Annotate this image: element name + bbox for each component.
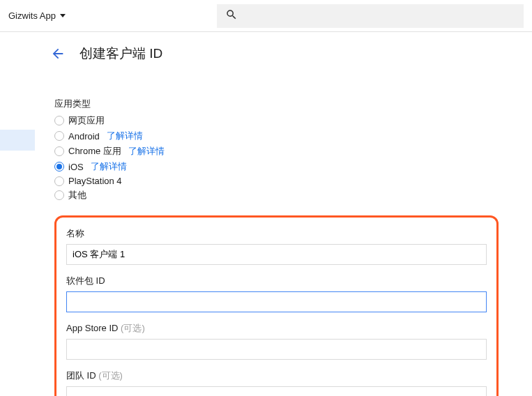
search-icon xyxy=(225,8,238,23)
name-label: 名称 xyxy=(66,227,487,240)
left-rail xyxy=(0,32,35,396)
page-title: 创建客户端 ID xyxy=(79,45,162,63)
team-id-label: 团队 ID (可选) xyxy=(66,370,487,382)
fields-highlight-box: 名称 软件包 ID App Store ID (可选) 团队 ID xyxy=(54,215,499,396)
back-arrow-icon[interactable] xyxy=(50,46,66,61)
bundle-id-input[interactable] xyxy=(66,291,487,312)
radio-label: Android xyxy=(68,131,100,142)
project-name: Gizwits App xyxy=(8,10,56,21)
caret-down-icon xyxy=(60,14,66,17)
learn-more-link[interactable]: 了解详情 xyxy=(91,160,127,173)
radio-icon[interactable] xyxy=(54,131,64,141)
bundle-id-label: 软件包 ID xyxy=(66,275,487,287)
app-type-option[interactable]: iOS了解详情 xyxy=(54,159,499,174)
team-id-input[interactable] xyxy=(66,386,487,396)
page-header: 创建客户端 ID xyxy=(50,45,515,63)
app-type-option[interactable]: Android了解详情 xyxy=(54,128,499,144)
app-type-radio-group: 网页应用Android了解详情Chrome 应用了解详情iOS了解详情PlayS… xyxy=(54,113,499,203)
radio-label: 其他 xyxy=(68,189,86,201)
radio-label: Chrome 应用 xyxy=(68,145,121,158)
name-input[interactable] xyxy=(66,244,487,265)
app-type-label: 应用类型 xyxy=(54,98,499,110)
app-type-option[interactable]: 网页应用 xyxy=(54,113,499,128)
radio-icon[interactable] xyxy=(54,116,64,125)
topbar: Gizwits App xyxy=(0,0,532,32)
app-type-option[interactable]: PlayStation 4 xyxy=(54,174,499,188)
project-dropdown[interactable]: Gizwits App xyxy=(8,10,66,21)
radio-label: PlayStation 4 xyxy=(68,176,122,186)
left-rail-active-item[interactable] xyxy=(0,130,35,151)
app-store-id-input[interactable] xyxy=(66,339,487,360)
app-type-option[interactable]: 其他 xyxy=(54,188,499,203)
radio-icon[interactable] xyxy=(54,146,64,156)
learn-more-link[interactable]: 了解详情 xyxy=(107,130,143,142)
app-type-option[interactable]: Chrome 应用了解详情 xyxy=(54,144,499,159)
radio-icon[interactable] xyxy=(54,162,64,172)
radio-label: iOS xyxy=(68,162,84,172)
search-box[interactable] xyxy=(217,4,524,28)
radio-label: 网页应用 xyxy=(68,114,105,127)
radio-icon[interactable] xyxy=(54,176,64,186)
learn-more-link[interactable]: 了解详情 xyxy=(128,145,165,158)
app-store-id-label: App Store ID (可选) xyxy=(66,322,487,335)
radio-icon[interactable] xyxy=(54,190,64,200)
